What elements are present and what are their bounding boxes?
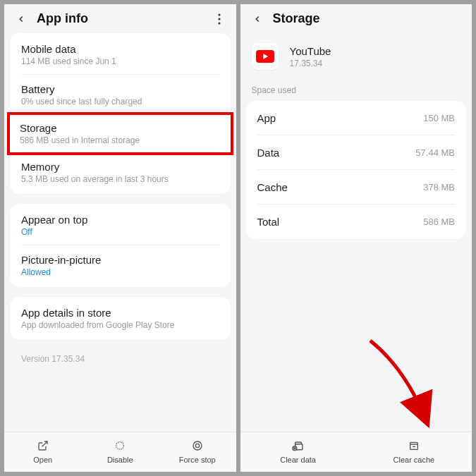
row-value: 150 MB (423, 113, 455, 123)
mobile-data-item[interactable]: Mobile data 114 MB used since Jun 1 (10, 35, 231, 75)
row-label: Total (257, 216, 280, 228)
clear-cache-icon (408, 439, 420, 452)
row-label: Cache (257, 181, 288, 193)
app-info-screen: App info Mobile data 114 MB used since J… (4, 4, 236, 472)
back-button[interactable] (250, 12, 264, 26)
disable-button[interactable]: Disable (82, 432, 159, 472)
button-label: Disable (107, 456, 133, 464)
row-label: Data (257, 147, 280, 159)
bottom-bar: Open Disable Force stop (4, 432, 236, 472)
svg-point-5 (193, 441, 202, 450)
svg-point-6 (195, 444, 199, 447)
content: Mobile data 114 MB used since Jun 1 Batt… (4, 33, 236, 432)
youtube-icon (252, 43, 279, 70)
settings-group-3: App details in store App downloaded from… (10, 297, 231, 340)
storage-item[interactable]: Storage 586 MB used in Internal storage (7, 112, 233, 155)
version-text: Version 17.35.34 (4, 350, 236, 375)
content: YouTube 17.35.34 Space used App 150 MB D… (240, 33, 472, 432)
item-value: Off (21, 227, 219, 237)
open-icon (37, 439, 49, 452)
svg-point-4 (116, 442, 124, 450)
item-title: Battery (21, 83, 219, 95)
app-name: YouTube (290, 45, 331, 57)
clear-data-button[interactable]: Clear data (240, 432, 356, 472)
row-label: App (257, 112, 276, 124)
header: Storage (240, 4, 472, 33)
row-value: 586 MB (423, 216, 455, 227)
page-title: Storage (273, 11, 463, 26)
svg-point-2 (218, 22, 220, 24)
svg-line-3 (42, 441, 47, 446)
button-label: Force stop (179, 456, 216, 464)
item-title: Memory (21, 161, 219, 173)
more-menu-button[interactable] (212, 13, 226, 25)
battery-item[interactable]: Battery 0% used since last fully charged (10, 75, 231, 115)
app-details-item[interactable]: App details in store App downloaded from… (10, 298, 231, 338)
force-stop-icon (191, 439, 204, 452)
appear-on-top-item[interactable]: Appear on top Off (10, 205, 231, 245)
item-title: Mobile data (21, 43, 219, 55)
settings-group-1: Mobile data 114 MB used since Jun 1 Batt… (10, 33, 231, 194)
item-subtitle: 5.3 MB used on average in last 3 hours (21, 174, 219, 184)
button-label: Clear cache (393, 456, 435, 464)
bottom-bar: Clear data Clear cache (240, 432, 472, 472)
item-subtitle: App downloaded from Google Play Store (21, 320, 219, 330)
memory-item[interactable]: Memory 5.3 MB used on average in last 3 … (10, 152, 231, 193)
open-button[interactable]: Open (4, 432, 82, 472)
svg-point-1 (218, 18, 220, 20)
disable-icon (114, 439, 126, 452)
back-button[interactable] (14, 12, 28, 26)
page-title: App info (37, 11, 212, 26)
force-stop-button[interactable]: Force stop (159, 432, 236, 472)
button-label: Open (33, 456, 52, 464)
row-value: 57.44 MB (415, 147, 455, 158)
header: App info (4, 4, 236, 33)
item-subtitle: 114 MB used since Jun 1 (21, 56, 219, 66)
item-title: Appear on top (21, 214, 219, 226)
settings-group-2: Appear on top Off Picture-in-picture All… (10, 204, 231, 287)
cache-size-row: Cache 378 MB (246, 170, 467, 205)
button-label: Clear data (280, 456, 316, 464)
item-title: Storage (20, 122, 221, 134)
data-size-row: Data 57.44 MB (246, 135, 467, 170)
app-version: 17.35.34 (290, 59, 331, 68)
item-title: Picture-in-picture (21, 254, 219, 266)
app-size-row: App 150 MB (246, 101, 467, 135)
space-used-rows: App 150 MB Data 57.44 MB Cache 378 MB To… (246, 101, 467, 239)
svg-point-0 (218, 13, 220, 16)
clear-cache-button[interactable]: Clear cache (356, 432, 472, 472)
section-label: Space used (240, 83, 472, 101)
item-subtitle: 586 MB used in Internal storage (20, 135, 221, 145)
row-value: 378 MB (423, 182, 455, 193)
app-header: YouTube 17.35.34 (240, 33, 472, 83)
item-title: App details in store (21, 307, 219, 319)
item-subtitle: 0% used since last fully charged (21, 97, 219, 106)
total-size-row: Total 586 MB (246, 205, 467, 239)
item-value: Allowed (21, 267, 219, 277)
clear-data-icon (292, 439, 305, 452)
storage-screen: Storage YouTube 17.35.34 Space used App … (240, 4, 472, 472)
pip-item[interactable]: Picture-in-picture Allowed (10, 245, 231, 286)
